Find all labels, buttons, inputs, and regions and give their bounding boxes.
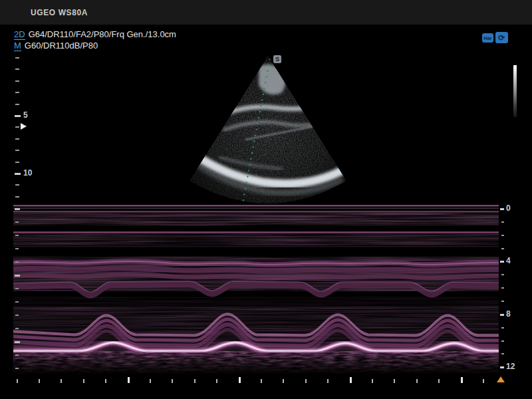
ruler-label: 4 <box>506 257 511 265</box>
rotate-icon[interactable]: ⟳ <box>495 32 508 43</box>
time-tick <box>61 379 62 383</box>
ruler-tick <box>501 340 504 342</box>
sweep-position-marker-icon[interactable] <box>497 376 505 382</box>
status-line-2d: 2DG64/DR110/FA2/P80/Frq Gen./13.0cm <box>14 29 176 40</box>
ruler-tick <box>15 68 19 70</box>
rotate-icon-glyph: ⟳ <box>498 33 505 43</box>
ruler-tick <box>501 274 504 275</box>
ruler-tick <box>15 368 19 369</box>
focus-marker-icon[interactable] <box>21 123 27 130</box>
time-tick <box>283 379 284 383</box>
ruler-tick <box>15 354 19 356</box>
2d-sector-image[interactable] <box>182 52 354 211</box>
time-tick <box>305 379 307 383</box>
ruler-tick <box>15 173 21 175</box>
time-tick <box>17 379 18 383</box>
time-tick <box>239 377 241 383</box>
ultrasound-screen: UGEO WS80A 2DG64/DR110/FA2/P80/Frq Gen./… <box>0 0 532 399</box>
ruler-tick <box>15 328 19 329</box>
ruler-tick <box>15 162 19 163</box>
ruler-tick <box>501 235 504 236</box>
ruler-tick <box>15 235 19 236</box>
time-tick <box>394 379 395 383</box>
time-tick <box>105 379 106 383</box>
ruler-tick <box>15 196 19 198</box>
time-tick <box>216 379 217 383</box>
ruler-tick <box>500 208 504 210</box>
ruler-tick <box>501 301 504 302</box>
ruler-tick <box>15 275 20 277</box>
ruler-tick <box>15 261 19 263</box>
title-bar: UGEO WS80A <box>0 0 532 25</box>
time-tick <box>150 379 151 383</box>
ruler-tick <box>15 126 19 128</box>
ruler-tick <box>15 341 20 343</box>
time-tick <box>261 379 262 383</box>
harmonic-badge[interactable]: Har <box>482 33 493 43</box>
orientation-marker-letter: S <box>275 56 279 63</box>
ruler-label: 10 <box>23 169 32 177</box>
ruler-label: 5 <box>23 111 28 119</box>
ruler-tick <box>15 288 19 289</box>
time-tick <box>416 379 418 383</box>
ruler-tick <box>500 314 504 316</box>
orientation-marker: S <box>273 55 281 63</box>
time-tick <box>194 379 196 383</box>
harmonic-badge-label: Har <box>483 35 492 41</box>
ruler-tick <box>15 184 19 186</box>
ruler-tick <box>15 150 19 151</box>
system-title: UGEO WS80A <box>31 8 88 17</box>
ruler-tick <box>15 92 19 93</box>
ruler-tick <box>15 248 19 249</box>
ruler-label: 8 <box>506 310 511 318</box>
mode-label-2d: 2D <box>14 29 25 40</box>
ruler-tick <box>15 301 19 303</box>
ruler-tick <box>15 208 20 210</box>
time-tick <box>172 379 173 383</box>
time-tick <box>438 379 440 383</box>
ruler-tick <box>500 261 504 263</box>
ruler-tick <box>15 138 19 140</box>
ruler-tick <box>15 115 21 117</box>
ruler-tick <box>15 80 19 82</box>
ruler-tick <box>15 104 19 105</box>
ruler-tick <box>500 366 504 368</box>
time-tick <box>83 379 84 383</box>
m-mode-image[interactable] <box>13 204 499 374</box>
ruler-tick <box>501 248 504 249</box>
ruler-tick <box>15 315 19 316</box>
ruler-tick <box>15 57 19 59</box>
ruler-tick <box>15 221 19 223</box>
time-tick <box>327 379 329 383</box>
time-tick <box>128 377 130 383</box>
params-m: G60/DR110dB/P80 <box>25 41 98 51</box>
time-tick <box>39 379 40 383</box>
ruler-tick <box>501 221 504 223</box>
mode-label-m: M <box>14 41 21 51</box>
grayscale-bar <box>513 65 517 117</box>
ruler-tick <box>501 327 504 329</box>
ruler-label: 0 <box>506 204 511 212</box>
time-tick <box>483 379 484 383</box>
time-tick <box>461 377 463 383</box>
time-tick <box>350 377 352 383</box>
ruler-label: 12 <box>506 362 515 370</box>
time-tick <box>372 379 373 383</box>
ruler-tick <box>501 287 504 289</box>
params-2d: G64/DR110/FA2/P80/Frq Gen./13.0cm <box>29 29 176 39</box>
ruler-tick <box>501 353 504 354</box>
status-line-m: MG60/DR110dB/P80 <box>14 41 98 51</box>
